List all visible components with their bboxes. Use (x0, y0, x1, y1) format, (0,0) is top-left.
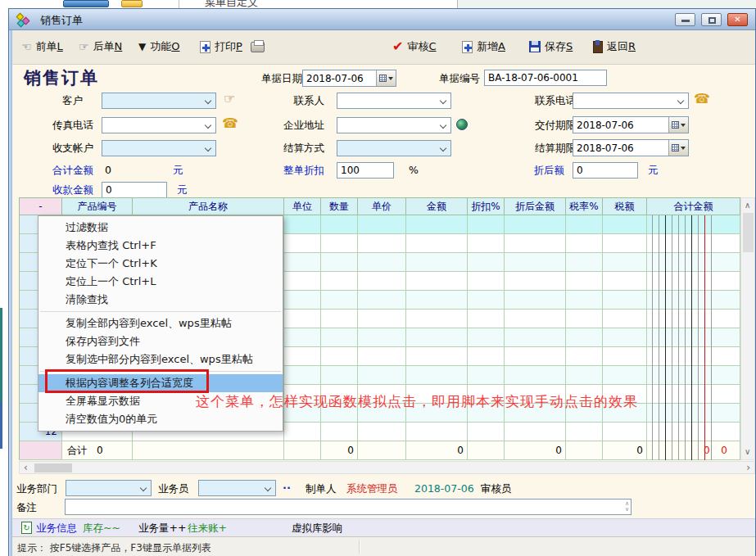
grid-cell[interactable] (284, 328, 321, 347)
grid-cell[interactable] (505, 310, 566, 328)
globe-icon[interactable] (456, 119, 468, 130)
refresh-page-icon[interactable]: ↻ (21, 522, 32, 534)
grid-cell[interactable] (505, 291, 566, 310)
grid-cell[interactable] (566, 215, 603, 234)
grid-cell[interactable] (505, 215, 566, 234)
grid-cell[interactable] (284, 310, 321, 328)
more-button[interactable]: .. (283, 479, 291, 491)
grid-cell[interactable] (647, 291, 740, 310)
after-discount-input[interactable]: 0 (573, 162, 638, 179)
contact-phone-combo[interactable] (573, 93, 689, 109)
grid-cell[interactable] (321, 423, 358, 441)
grid-cell[interactable] (603, 328, 647, 347)
grid-cell[interactable] (321, 272, 358, 291)
grid-cell[interactable] (321, 328, 358, 347)
settle-method-combo[interactable] (337, 140, 451, 156)
spinner-icon[interactable]: ∧∨ (625, 501, 629, 513)
grid-cell[interactable] (468, 291, 505, 310)
horizontal-scrollbar[interactable]: ‹ › (19, 461, 755, 474)
minimize-button[interactable] (675, 13, 695, 26)
calendar-dropdown-button[interactable] (668, 140, 688, 156)
grid-cell[interactable] (566, 328, 603, 347)
grid-cell[interactable] (566, 347, 603, 366)
grid-cell[interactable] (505, 253, 566, 272)
received-input[interactable]: 0 (102, 182, 167, 198)
grid-cell[interactable] (321, 215, 358, 234)
menu-item-copy-selection[interactable]: 复制选中部分内容到excel、wps里粘帖 (38, 350, 283, 368)
settle-term-date-field[interactable]: 2018-07-06 (573, 139, 689, 156)
grid-cell[interactable] (321, 253, 358, 272)
grid-cell[interactable] (647, 385, 740, 404)
grid-cell[interactable] (284, 253, 321, 272)
grid-cell[interactable] (406, 328, 468, 347)
grid-cell[interactable] (566, 310, 603, 328)
column-header[interactable]: 折扣% (468, 197, 505, 215)
grid-cell[interactable] (321, 291, 358, 310)
grid-cell[interactable] (406, 272, 468, 291)
menu-item-clear-zero-cells[interactable]: 清空数值为0的单元 (38, 410, 283, 428)
menu-item-filter-data[interactable]: 过滤数据 (38, 219, 283, 237)
grid-cell[interactable] (321, 234, 358, 253)
horizontal-scrollbar-thumb[interactable] (34, 463, 72, 472)
new-button[interactable]: 新增A (462, 37, 505, 57)
scroll-up-icon[interactable]: ∧ (745, 201, 750, 210)
grid-cell[interactable] (406, 253, 468, 272)
grid-cell[interactable] (284, 366, 321, 385)
printer-button[interactable] (251, 37, 265, 57)
scroll-left-icon[interactable]: ‹ (24, 463, 28, 472)
grid-cell[interactable] (358, 253, 406, 272)
grid-cell[interactable] (647, 404, 740, 423)
grid-cell[interactable] (603, 215, 647, 234)
grid-cell[interactable] (284, 272, 321, 291)
grid-cell[interactable] (647, 347, 740, 366)
menu-item-locate-next[interactable]: 定位下一个 Ctrl+K (38, 255, 283, 273)
doc-no-field[interactable]: BA-18-07-06-0001 (484, 70, 607, 86)
grid-cell[interactable] (603, 234, 647, 253)
grid-cell[interactable] (468, 423, 505, 441)
column-header[interactable]: 产品名称 (133, 197, 284, 215)
grid-cell[interactable] (358, 328, 406, 347)
grid-cell[interactable] (566, 253, 603, 272)
column-header[interactable]: 折后金额 (505, 197, 566, 215)
grid-cell[interactable] (505, 366, 566, 385)
grid-cell[interactable] (505, 234, 566, 253)
prev-order-button[interactable]: ☜ 前单L (21, 37, 63, 57)
column-header[interactable]: 税额 (603, 197, 647, 215)
note-input[interactable]: ∧∨ (65, 499, 632, 515)
grid-cell[interactable] (358, 347, 406, 366)
print-button[interactable]: 打印P (200, 37, 242, 57)
vertical-scrollbar[interactable]: ∧ ∨ (740, 197, 755, 460)
grid-cell[interactable] (468, 253, 505, 272)
grid-cell[interactable] (647, 366, 740, 385)
grid-cell[interactable] (358, 423, 406, 441)
vertical-scrollbar-thumb[interactable] (743, 213, 754, 252)
grid-cell[interactable] (468, 215, 505, 234)
grid-cell[interactable] (358, 310, 406, 328)
scroll-right-icon[interactable]: › (746, 463, 750, 472)
column-header[interactable]: 合计金额 (647, 197, 740, 215)
grid-cell[interactable] (505, 347, 566, 366)
grid-cell[interactable] (468, 366, 505, 385)
grid-cell[interactable] (468, 310, 505, 328)
grid-cell[interactable] (284, 215, 321, 234)
column-header[interactable]: 单价 (358, 197, 406, 215)
column-header[interactable]: 单位 (284, 197, 321, 215)
doc-date-field[interactable]: 2018-07-06 (302, 70, 396, 87)
grid-cell[interactable] (406, 347, 468, 366)
grid-cell[interactable] (406, 423, 468, 441)
column-header[interactable]: 数量 (321, 197, 358, 215)
address-combo[interactable] (337, 117, 451, 133)
grid-cell[interactable] (505, 328, 566, 347)
scroll-down-icon[interactable]: ∨ (745, 448, 750, 456)
account-combo[interactable] (102, 140, 216, 156)
menu-item-copy-all[interactable]: 复制全部内容到excel、wps里粘帖 (38, 314, 283, 332)
grid-cell[interactable] (284, 347, 321, 366)
grid-cell[interactable] (468, 328, 505, 347)
grid-cell[interactable] (603, 272, 647, 291)
grid-cell[interactable] (321, 310, 358, 328)
grid-cell[interactable] (566, 272, 603, 291)
grid-cell[interactable] (358, 272, 406, 291)
fax-combo[interactable] (102, 117, 216, 133)
phone-icon[interactable]: ☎ (694, 93, 710, 105)
maximize-button[interactable] (701, 13, 722, 26)
